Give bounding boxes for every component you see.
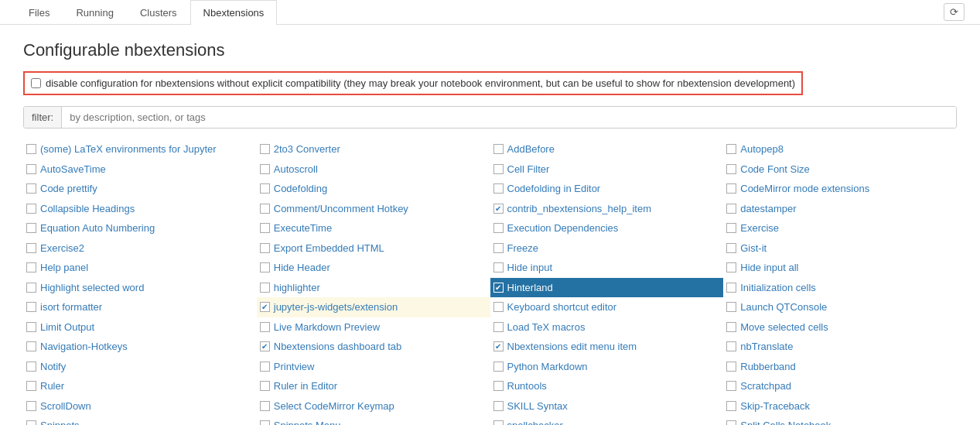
ext-checkbox[interactable]: [260, 401, 270, 411]
ext-checkbox[interactable]: [726, 164, 736, 174]
list-item[interactable]: SKILL Syntax: [490, 396, 724, 416]
ext-checkbox[interactable]: [26, 262, 36, 272]
ext-link[interactable]: Comment/Uncomment Hotkey: [274, 201, 408, 217]
ext-checkbox[interactable]: [493, 183, 504, 194]
ext-checkbox[interactable]: [726, 381, 736, 391]
list-item[interactable]: Select CodeMirror Keymap: [257, 396, 490, 416]
ext-checkbox[interactable]: [493, 381, 504, 391]
list-item[interactable]: Keyboard shortcut editor: [490, 297, 724, 317]
ext-checkbox[interactable]: [26, 223, 36, 233]
list-item[interactable]: Snippets: [23, 416, 257, 425]
ext-link[interactable]: Hide Header: [274, 260, 330, 276]
ext-checkbox[interactable]: [26, 183, 36, 194]
list-item[interactable]: Printview: [257, 357, 490, 377]
ext-checkbox[interactable]: [726, 144, 736, 154]
ext-checkbox[interactable]: [726, 204, 736, 214]
ext-link[interactable]: Codefolding in Editor: [507, 181, 601, 197]
list-item[interactable]: Equation Auto Numbering: [23, 218, 257, 238]
list-item[interactable]: Help panel: [23, 258, 257, 278]
ext-checkbox[interactable]: [726, 420, 736, 425]
ext-link[interactable]: Ruler in Editor: [274, 379, 337, 394]
list-item[interactable]: Runtools: [490, 376, 724, 396]
ext-checkbox[interactable]: [493, 420, 504, 425]
list-item[interactable]: Ruler: [23, 376, 257, 396]
ext-link[interactable]: Snippets: [40, 418, 80, 425]
ext-checkbox[interactable]: [726, 262, 736, 272]
list-item[interactable]: Limit Output: [23, 317, 257, 338]
list-item[interactable]: Exercise: [723, 218, 957, 238]
ext-checkbox[interactable]: [493, 322, 504, 332]
ext-link[interactable]: datestamper: [740, 201, 796, 217]
ext-link[interactable]: Code Font Size: [740, 162, 810, 177]
ext-checkbox[interactable]: [493, 362, 504, 372]
ext-checkbox[interactable]: [260, 183, 270, 194]
list-item[interactable]: AutoSaveTime: [23, 159, 257, 180]
ext-link[interactable]: Equation Auto Numbering: [40, 221, 155, 236]
ext-link[interactable]: nbTranslate: [740, 339, 793, 355]
list-item[interactable]: Split Cells Notebook: [723, 416, 957, 425]
ext-link[interactable]: SKILL Syntax: [507, 399, 568, 414]
ext-checkbox[interactable]: [26, 164, 36, 174]
list-item[interactable]: Exercise2: [23, 238, 257, 259]
ext-checkbox[interactable]: [26, 401, 36, 411]
tab-files[interactable]: Files: [15, 0, 63, 25]
list-item[interactable]: Gist-it: [723, 238, 957, 259]
ext-checkbox[interactable]: ✔: [493, 341, 504, 351]
ext-checkbox[interactable]: [260, 223, 270, 233]
ext-checkbox[interactable]: [26, 362, 36, 372]
list-item[interactable]: AddBefore: [490, 139, 724, 159]
list-item[interactable]: (some) LaTeX environments for Jupyter: [23, 139, 257, 159]
list-item[interactable]: Export Embedded HTML: [257, 238, 490, 259]
list-item[interactable]: ExecuteTime: [257, 218, 490, 238]
ext-checkbox[interactable]: [260, 322, 270, 332]
ext-link[interactable]: Runtools: [507, 379, 547, 394]
ext-checkbox[interactable]: [493, 223, 504, 233]
ext-checkbox[interactable]: [493, 144, 504, 154]
ext-link[interactable]: isort formatter: [40, 300, 102, 315]
compat-checkbox[interactable]: [31, 78, 41, 88]
list-item[interactable]: Hide input all: [723, 258, 957, 278]
ext-checkbox[interactable]: ✔: [493, 283, 504, 293]
list-item[interactable]: 2to3 Converter: [257, 139, 490, 159]
list-item[interactable]: Move selected cells: [723, 317, 957, 338]
ext-link[interactable]: Printview: [274, 359, 315, 375]
ext-checkbox[interactable]: [726, 322, 736, 332]
ext-link[interactable]: Export Embedded HTML: [274, 241, 384, 256]
ext-link[interactable]: Limit Output: [40, 320, 94, 335]
ext-link[interactable]: Hide input: [507, 260, 553, 276]
ext-link[interactable]: Hinterland: [507, 280, 553, 296]
list-item[interactable]: Hide input: [490, 258, 724, 278]
list-item[interactable]: Code Font Size: [723, 159, 957, 180]
ext-checkbox[interactable]: [260, 144, 270, 154]
list-item[interactable]: Navigation-Hotkeys: [23, 337, 257, 357]
ext-link[interactable]: Snippets Menu: [274, 418, 341, 425]
ext-link[interactable]: Hide input all: [740, 260, 798, 276]
list-item[interactable]: Codefolding in Editor: [490, 179, 724, 199]
ext-link[interactable]: (some) LaTeX environments for Jupyter: [40, 142, 217, 157]
ext-checkbox[interactable]: [493, 262, 504, 272]
ext-link[interactable]: jupyter-js-widgets/extension: [274, 300, 398, 315]
list-item[interactable]: Live Markdown Preview: [257, 317, 490, 338]
ext-checkbox[interactable]: [26, 302, 36, 312]
ext-checkbox[interactable]: [726, 362, 736, 372]
ext-checkbox[interactable]: [726, 183, 736, 194]
list-item[interactable]: spellchecker: [490, 416, 724, 425]
ext-checkbox[interactable]: [260, 204, 270, 214]
list-item[interactable]: Autoscroll: [257, 159, 490, 180]
ext-checkbox[interactable]: [726, 302, 736, 312]
ext-checkbox[interactable]: [26, 341, 36, 351]
ext-checkbox[interactable]: [26, 243, 36, 253]
ext-checkbox[interactable]: [493, 401, 504, 411]
ext-link[interactable]: ScrollDown: [40, 399, 91, 414]
ext-checkbox[interactable]: [260, 283, 270, 293]
ext-link[interactable]: Notify: [40, 359, 66, 375]
ext-link[interactable]: Exercise: [740, 221, 779, 236]
ext-link[interactable]: Ruler: [40, 379, 64, 394]
ext-link[interactable]: Scratchpad: [740, 379, 791, 394]
ext-link[interactable]: Navigation-Hotkeys: [40, 339, 128, 355]
ext-link[interactable]: Autopep8: [740, 142, 784, 157]
list-item[interactable]: Rubberband: [723, 357, 957, 377]
ext-checkbox[interactable]: [493, 302, 504, 312]
ext-link[interactable]: Skip-Traceback: [740, 399, 810, 414]
list-item[interactable]: Snippets Menu: [257, 416, 490, 425]
